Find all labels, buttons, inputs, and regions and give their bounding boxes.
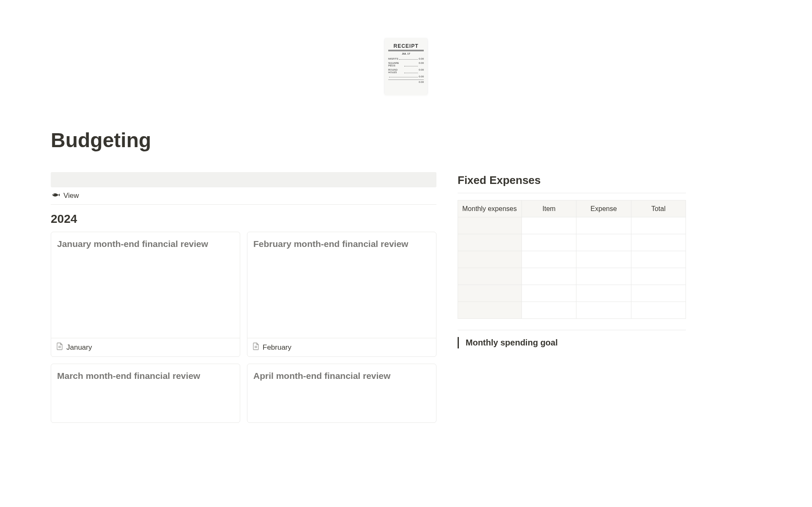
table-cell[interactable] — [458, 251, 522, 268]
table-cell[interactable] — [631, 268, 686, 285]
page-icon — [56, 343, 63, 352]
table-cell[interactable] — [458, 217, 522, 234]
table-cell[interactable] — [521, 268, 576, 285]
gallery-card[interactable]: March month-end financial review — [51, 364, 240, 423]
receipt-line-label: ROUND HOLES — [388, 69, 403, 74]
table-cell[interactable] — [576, 234, 631, 251]
page-icon — [252, 343, 259, 352]
table-cell[interactable] — [576, 285, 631, 302]
svg-point-0 — [53, 194, 54, 195]
receipt-date: JUL 17 — [388, 52, 424, 55]
gallery-toolbar[interactable] — [51, 172, 436, 187]
view-selector[interactable]: View — [51, 187, 436, 205]
gallery-card[interactable]: April month-end financial review — [247, 364, 436, 423]
fixed-expenses-heading[interactable]: Fixed Expenses — [458, 174, 686, 187]
table-cell[interactable] — [576, 302, 631, 319]
receipt-subtotal: 0.00 — [419, 75, 424, 78]
table-row[interactable] — [458, 285, 686, 302]
gallery-card[interactable]: January month-end financial reviewJanuar… — [51, 232, 240, 357]
table-row[interactable] — [458, 234, 686, 251]
receipt-line-label: MISFITS — [388, 58, 398, 60]
card-title: January month-end financial review — [57, 238, 234, 249]
table-header[interactable]: Total — [631, 200, 686, 217]
table-row[interactable] — [458, 268, 686, 285]
table-cell[interactable] — [458, 285, 522, 302]
table-cell[interactable] — [576, 251, 631, 268]
view-label: View — [63, 192, 79, 200]
table-cell[interactable] — [631, 234, 686, 251]
table-cell[interactable] — [458, 234, 522, 251]
gallery-card[interactable]: February month-end financial reviewFebru… — [247, 232, 436, 357]
receipt-icon: RECEIPT JUL 17 MISFITS0.00SQUARE PEGS0.0… — [385, 38, 427, 94]
fixed-expenses-table[interactable]: Monthly expensesItemExpenseTotal — [458, 200, 686, 319]
table-cell[interactable] — [576, 268, 631, 285]
table-cell[interactable] — [521, 285, 576, 302]
divider — [458, 193, 686, 193]
table-cell[interactable] — [631, 251, 686, 268]
receipt-title: RECEIPT — [388, 43, 424, 51]
receipt-line-amount: 0.00 — [419, 62, 424, 67]
table-row[interactable] — [458, 251, 686, 268]
table-cell[interactable] — [631, 217, 686, 234]
table-header[interactable]: Monthly expenses — [458, 200, 522, 217]
table-row[interactable] — [458, 302, 686, 319]
table-header[interactable]: Expense — [576, 200, 631, 217]
table-cell[interactable] — [631, 285, 686, 302]
card-title: April month-end financial review — [253, 370, 430, 381]
table-cell[interactable] — [576, 217, 631, 234]
table-cell[interactable] — [458, 302, 522, 319]
table-cell[interactable] — [521, 217, 576, 234]
receipt-line-amount: 0.00 — [419, 69, 424, 74]
card-title: February month-end financial review — [253, 238, 430, 249]
divider — [458, 330, 686, 330]
table-header[interactable]: Item — [521, 200, 576, 217]
card-footer: February — [247, 338, 436, 356]
page-title[interactable]: Budgeting — [51, 129, 761, 152]
monthly-goal-label: Monthly spending goal — [466, 338, 679, 348]
fish-icon — [52, 192, 60, 200]
monthly-goal-block[interactable]: Monthly spending goal — [458, 337, 686, 348]
receipt-line-label: SQUARE PEGS — [388, 62, 403, 67]
table-cell[interactable] — [521, 251, 576, 268]
table-cell[interactable] — [521, 302, 576, 319]
card-title: March month-end financial review — [57, 370, 234, 381]
card-footer-label: January — [66, 343, 92, 352]
table-cell[interactable] — [521, 234, 576, 251]
table-cell[interactable] — [631, 302, 686, 319]
receipt-total: 0.00 — [388, 79, 424, 83]
receipt-line-amount: 0.00 — [419, 58, 424, 60]
table-row[interactable] — [458, 217, 686, 234]
table-cell[interactable] — [458, 268, 522, 285]
card-footer: January — [51, 338, 240, 356]
gallery-year-heading: 2024 — [51, 212, 436, 226]
page-hero-icon: RECEIPT JUL 17 MISFITS0.00SQUARE PEGS0.0… — [51, 0, 761, 94]
card-footer-label: February — [263, 343, 291, 352]
